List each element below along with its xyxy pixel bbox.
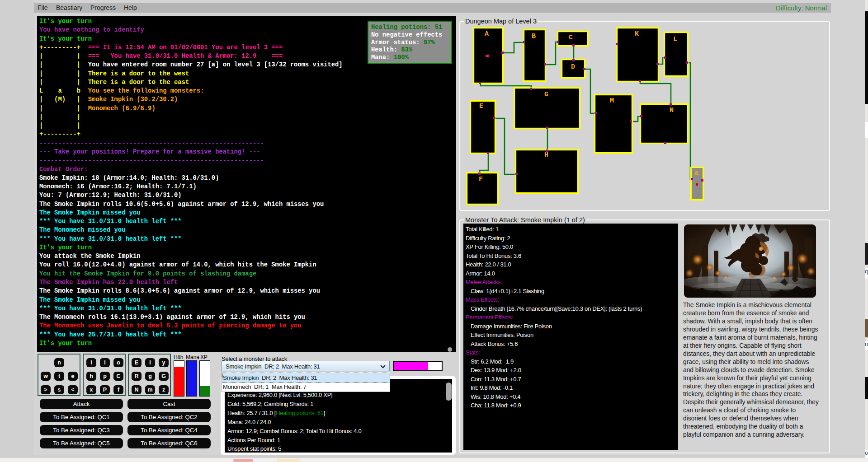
svg-text:B: B bbox=[532, 33, 536, 40]
svg-text:L: L bbox=[673, 36, 677, 43]
svg-text:C: C bbox=[569, 34, 573, 42]
svg-text:A: A bbox=[485, 30, 489, 38]
svg-text:a: a bbox=[694, 169, 698, 177]
svg-text:E: E bbox=[479, 103, 483, 110]
svg-text:G: G bbox=[544, 91, 548, 98]
svg-text:N: N bbox=[670, 107, 674, 114]
svg-text:H: H bbox=[544, 151, 548, 159]
svg-text:M: M bbox=[610, 97, 614, 105]
svg-text:D: D bbox=[571, 63, 575, 71]
svg-text:K: K bbox=[635, 30, 639, 38]
svg-text:F: F bbox=[479, 176, 483, 183]
